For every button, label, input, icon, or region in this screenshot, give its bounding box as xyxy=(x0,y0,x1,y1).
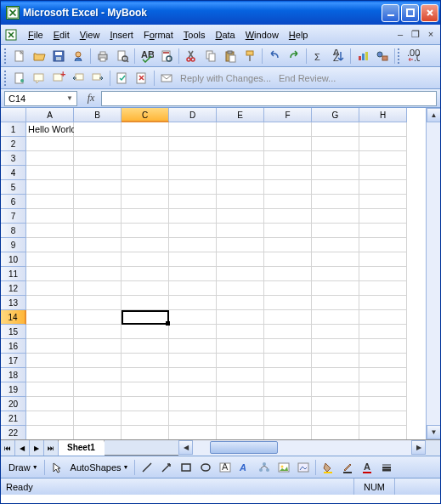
cell-C5[interactable] xyxy=(122,180,169,195)
col-header-E[interactable]: E xyxy=(217,108,264,122)
cell-A13[interactable] xyxy=(26,296,74,310)
cell-D14[interactable] xyxy=(169,310,217,325)
cell-G1[interactable] xyxy=(312,122,359,137)
cell-D19[interactable] xyxy=(169,382,217,397)
cell-G16[interactable] xyxy=(312,339,359,354)
cell-C22[interactable] xyxy=(122,426,169,439)
scroll-track[interactable] xyxy=(427,122,440,425)
row-header-19[interactable]: 19 xyxy=(1,382,26,397)
cell-A17[interactable] xyxy=(26,354,74,368)
cell-E22[interactable] xyxy=(217,426,264,439)
chart-icon[interactable] xyxy=(353,47,372,65)
oval-icon[interactable] xyxy=(196,458,215,477)
row-header-7[interactable]: 7 xyxy=(1,209,26,224)
toolbar-grip-2[interactable] xyxy=(398,48,401,64)
row-header-3[interactable]: 3 xyxy=(1,151,26,166)
cell-G5[interactable] xyxy=(312,180,359,195)
cell-C14[interactable] xyxy=(122,310,169,325)
col-header-B[interactable]: B xyxy=(74,108,122,122)
row-header-13[interactable]: 13 xyxy=(1,296,26,310)
copy-icon[interactable] xyxy=(201,47,220,65)
cell-E8[interactable] xyxy=(217,224,264,238)
menu-tools[interactable]: Tools xyxy=(178,28,211,42)
cell-G19[interactable] xyxy=(312,382,359,397)
cell-A1[interactable]: Hello World! xyxy=(26,122,74,137)
cell-G6[interactable] xyxy=(312,195,359,209)
cell-G22[interactable] xyxy=(312,426,359,439)
cell-H18[interactable] xyxy=(359,368,407,382)
picture-icon[interactable] xyxy=(294,458,313,477)
row-header-16[interactable]: 16 xyxy=(1,339,26,354)
cell-H17[interactable] xyxy=(359,354,407,368)
undo-icon[interactable] xyxy=(265,47,284,65)
cell-D2[interactable] xyxy=(169,137,217,151)
menu-edit[interactable]: Edit xyxy=(48,28,75,42)
menu-window[interactable]: Window xyxy=(240,28,284,42)
doc-minimize-button[interactable]: – xyxy=(394,29,406,40)
cell-D16[interactable] xyxy=(169,339,217,354)
cell-C8[interactable] xyxy=(122,224,169,238)
row-header-18[interactable]: 18 xyxy=(1,368,26,382)
cell-B9[interactable] xyxy=(74,238,122,252)
cell-D1[interactable] xyxy=(169,122,217,137)
cell-A22[interactable] xyxy=(26,426,74,439)
cell-E11[interactable] xyxy=(217,267,264,281)
menu-file[interactable]: File xyxy=(23,28,48,42)
cell-B2[interactable] xyxy=(74,137,122,151)
new-comment-icon[interactable]: + xyxy=(49,69,68,88)
fx-icon[interactable]: fx xyxy=(82,92,99,105)
cell-G3[interactable] xyxy=(312,151,359,166)
cell-G18[interactable] xyxy=(312,368,359,382)
cell-H4[interactable] xyxy=(359,166,407,180)
row-header-17[interactable]: 17 xyxy=(1,354,26,368)
cell-C10[interactable] xyxy=(122,252,169,267)
sort-icon[interactable]: AZ xyxy=(329,47,348,65)
row-header-21[interactable]: 21 xyxy=(1,411,26,426)
horizontal-scrollbar[interactable]: ◀ ▶ xyxy=(178,440,426,456)
scroll-left-icon[interactable]: ◀ xyxy=(178,440,193,455)
cell-F19[interactable] xyxy=(264,382,312,397)
arrow-icon[interactable] xyxy=(157,458,176,477)
cell-F20[interactable] xyxy=(264,397,312,411)
cell-D10[interactable] xyxy=(169,252,217,267)
reply-changes-button[interactable]: Reply with Changes... xyxy=(177,73,274,83)
cell-F5[interactable] xyxy=(264,180,312,195)
cell-B10[interactable] xyxy=(74,252,122,267)
cell-G13[interactable] xyxy=(312,296,359,310)
cell-D22[interactable] xyxy=(169,426,217,439)
select-all-corner[interactable] xyxy=(1,108,26,122)
cell-E18[interactable] xyxy=(217,368,264,382)
textbox-icon[interactable]: A xyxy=(216,458,235,477)
cell-C4[interactable] xyxy=(122,166,169,180)
accept-change-icon[interactable] xyxy=(113,69,132,88)
cell-H22[interactable] xyxy=(359,426,407,439)
diagram-icon[interactable] xyxy=(255,458,274,477)
cell-A15[interactable] xyxy=(26,325,74,339)
cell-E14[interactable] xyxy=(217,310,264,325)
cell-E5[interactable] xyxy=(217,180,264,195)
cell-F10[interactable] xyxy=(264,252,312,267)
doc-close-button[interactable]: × xyxy=(425,29,437,40)
cell-B18[interactable] xyxy=(74,368,122,382)
cell-C3[interactable] xyxy=(122,151,169,166)
cell-F18[interactable] xyxy=(264,368,312,382)
cell-H5[interactable] xyxy=(359,180,407,195)
draw-menu-button[interactable]: Draw ▼ xyxy=(5,458,42,477)
cell-F9[interactable] xyxy=(264,238,312,252)
cell-B3[interactable] xyxy=(74,151,122,166)
cell-C13[interactable] xyxy=(122,296,169,310)
row-header-10[interactable]: 10 xyxy=(1,252,26,267)
menu-format[interactable]: Format xyxy=(139,28,178,42)
cell-A10[interactable] xyxy=(26,252,74,267)
col-header-F[interactable]: F xyxy=(264,108,312,122)
cell-H7[interactable] xyxy=(359,209,407,224)
cell-F7[interactable] xyxy=(264,209,312,224)
tab-last-icon[interactable]: ⏭ xyxy=(44,440,59,456)
cell-F6[interactable] xyxy=(264,195,312,209)
cell-C6[interactable] xyxy=(122,195,169,209)
cell-H15[interactable] xyxy=(359,325,407,339)
hscroll-thumb[interactable] xyxy=(210,441,278,454)
doc-restore-button[interactable]: ❐ xyxy=(410,29,421,40)
col-header-H[interactable]: H xyxy=(359,108,407,122)
cell-G20[interactable] xyxy=(312,397,359,411)
